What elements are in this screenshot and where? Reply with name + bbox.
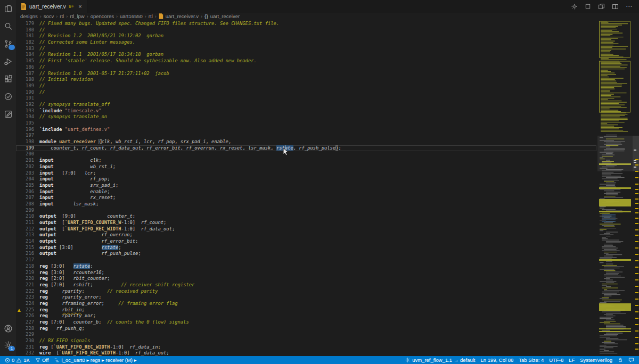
code-line[interactable]: 215output [3:0] rstate; [16,245,596,251]
code-line[interactable]: 200 [16,151,596,158]
line-number[interactable]: 232 [16,350,34,356]
cursor-position[interactable]: Ln 199, Col 88 [478,356,516,364]
breadcrumb-item-symbol[interactable]: uart_receiver [210,13,240,19]
tab-close-icon[interactable]: × [78,3,81,10]
code-line[interactable]: 190// [16,89,596,96]
testing-icon[interactable] [3,92,13,101]
code-line[interactable]: 226reg rparity_xor; [16,313,596,319]
indentation[interactable]: Tab Size: 4 [516,356,546,364]
line-number[interactable]: 226 [16,313,34,319]
code-line[interactable]: 204input rf_pop; [16,176,596,183]
code-line[interactable]: 179// Fixed many bugs. Updated spec. Cha… [16,21,596,27]
code-line[interactable]: 191 [16,95,596,102]
code-line[interactable]: 188// Initial revision [16,77,596,83]
line-number[interactable]: 216 [16,251,34,257]
code-line[interactable]: 223reg rparity_error; [16,294,596,301]
code-line[interactable]: 222reg rparity; // received parity [16,288,596,295]
line-number[interactable]: 181 [16,33,34,39]
line-number[interactable]: 180 [16,27,34,34]
code-line[interactable]: 186// [16,64,596,71]
code-line[interactable]: 216output rf_push_pulse; [16,251,596,257]
notebook-icon[interactable] [3,109,13,119]
line-number[interactable]: 230 [16,338,34,344]
tab-uart-receiver[interactable]: uart_receiver.v 9+ × [16,0,87,13]
assistant-off-indicator[interactable]: Off [32,356,52,364]
line-number[interactable]: 182 [16,39,34,46]
line-number[interactable]: 208 [16,201,34,208]
line-number[interactable]: 184 [16,52,34,58]
code-line[interactable]: 229 [16,332,596,338]
line-number[interactable]: 224 [16,301,34,307]
code-line[interactable]: 228reg rf_push_q; [16,326,596,332]
split-editor-icon[interactable] [612,3,619,10]
breadcrumb-item-designs[interactable]: designs [20,13,38,19]
source-control-icon[interactable] [3,39,13,48]
account-icon[interactable] [3,324,13,333]
code-line[interactable]: 206input enable; [16,189,596,195]
breadcrumb-item-uart16550[interactable]: uart16550 [120,13,143,19]
code-line[interactable]: 231reg [`UART_FIFO_REC_WIDTH-1:0] rf_dat… [16,344,596,351]
code-line[interactable]: 184// Revision 1.1 2001/05/17 18:34:18 g… [16,52,596,58]
line-number[interactable]: 204 [16,176,34,183]
line-number[interactable]: 197 [16,133,34,139]
feedback-indicator[interactable] [626,356,637,364]
code-line[interactable]: 182// Corrected some Linter messages. [16,39,596,46]
line-number[interactable]: 229 [16,332,34,338]
code-line[interactable]: 192// synopsys translate_off [16,102,596,108]
line-number[interactable]: 231 [16,344,34,351]
code-line[interactable]: 201input clk; [16,158,596,164]
tab-lock-indicator[interactable] [615,356,626,364]
code-line[interactable]: 227reg [7:0] counter_b; // counts the 0 … [16,319,596,326]
code-area[interactable]: 179// Fixed many bugs. Updated spec. Cha… [16,21,596,356]
code-line[interactable]: 198module uart_receiver (clk, wb_rst_i, … [16,139,596,145]
line-number[interactable]: 203 [16,170,34,177]
code-line[interactable]: 197 [16,133,596,139]
line-number[interactable]: 192 [16,102,34,108]
line-number[interactable]: 190 [16,89,34,96]
line-number[interactable]: 218 [16,263,34,270]
env-indicator[interactable]: uvm_ref_flow_1.1 → default [402,356,478,364]
line-number[interactable]: 219 [16,270,34,276]
line-number[interactable]: 220 [16,276,34,282]
line-number[interactable]: 200 [16,151,34,158]
explorer-icon[interactable] [3,4,13,13]
encoding[interactable]: UTF-8 [546,356,566,364]
line-number[interactable]: 185 [16,58,34,64]
code-line[interactable]: 224reg rframing_error; // framing error … [16,301,596,307]
code-line[interactable]: 209 [16,208,596,214]
line-number[interactable]: 223 [16,294,34,301]
code-line[interactable]: 207input rx_reset; [16,195,596,201]
line-number[interactable]: 228 [16,326,34,332]
search-icon[interactable] [3,21,13,31]
settings-gear-icon[interactable]: 1 [3,340,13,350]
code-line[interactable]: 230// RX FIFO signals [16,338,596,344]
code-line[interactable]: 217 [16,257,596,263]
code-line[interactable]: 225reg rbit_in; [16,307,596,313]
code-line[interactable]: 183// [16,46,596,52]
line-number[interactable]: 196 [16,127,34,133]
code-line[interactable]: 213output rf_overrun; [16,232,596,238]
line-number[interactable]: 186 [16,64,34,71]
line-number[interactable]: 209 [16,208,34,214]
code-editor[interactable]: 179// Fixed many bugs. Updated spec. Cha… [16,20,639,356]
line-number[interactable]: 179 [16,21,34,27]
run-debug-icon[interactable] [3,56,13,66]
line-number[interactable]: 188 [16,77,34,83]
line-number[interactable]: 191 [16,95,34,102]
code-line[interactable]: 212output [`UART_FIFO_REC_WIDTH-1:0] rf_… [16,226,596,233]
code-line[interactable]: 202input wb_rst_i; [16,164,596,170]
code-line[interactable]: 210output [9:0] counter_t; [16,213,596,220]
code-line[interactable]: 199 counter_t, rf_count, rf_data_out, rf… [16,145,596,152]
scrollbar[interactable] [633,20,639,356]
line-number[interactable]: 195 [16,120,34,127]
breadcrumb-item-rtl2[interactable]: rtl [149,13,153,19]
breadcrumb-item-file[interactable]: uart_receiver.v [166,13,199,19]
line-number[interactable]: 212 [16,226,34,233]
line-number[interactable]: 215 [16,245,34,251]
line-number[interactable]: 198 [16,139,34,145]
scope-breadcrumb[interactable]: i_oc_uart0 ▸ regs ▸ receiver (M) ▸ [51,356,139,364]
line-number[interactable]: 194 [16,114,34,120]
language-mode[interactable]: SystemVerilog [577,356,615,364]
breadcrumb-item-rtl[interactable]: rtl [60,13,64,19]
code-line[interactable]: 196`include "uart_defines.v" [16,127,596,133]
